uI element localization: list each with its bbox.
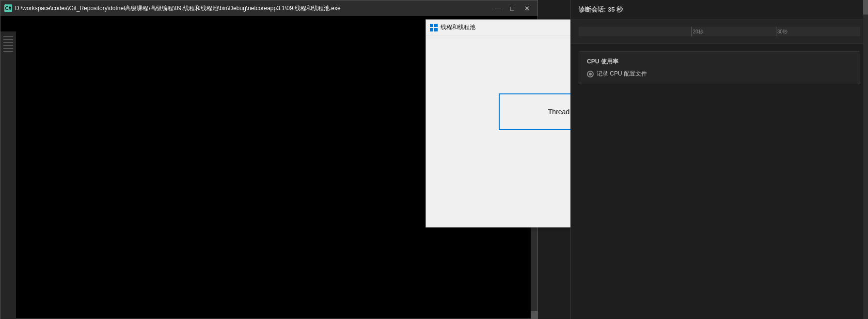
panel-marker-5 [3,48,13,49]
cpu-profile-radio[interactable] [587,71,594,77]
right-edge-scrollbar-thumb[interactable] [863,0,868,15]
diagnostics-content: CPU 使用率 记录 CPU 配置文件 [571,44,868,319]
panel-marker-4 [3,45,13,46]
diagnostics-header: 诊断会话: 35 秒 [571,0,868,19]
svg-rect-2 [430,28,433,31]
winforms-app-icon [430,24,438,31]
console-close-button[interactable]: ✕ [520,3,534,13]
timeline-tick-1-label: 20秒 [693,29,703,35]
cpu-profile-label: 记录 CPU 配置文件 [597,70,647,78]
radio-inner [589,73,592,76]
cpu-profile-option[interactable]: 记录 CPU 配置文件 [587,70,852,78]
timeline-area: 20秒 30秒 [571,19,868,44]
panel-marker-2 [3,39,13,40]
console-scrollbar-thumb[interactable] [531,311,537,319]
panel-marker-1 [3,36,13,37]
console-left-panel [0,31,16,319]
timeline-tick-2: 30秒 [776,27,788,36]
console-app-icon: C# [4,4,12,12]
timeline-tick-1: 20秒 [691,27,703,36]
svg-rect-1 [434,24,438,27]
console-window-controls: — □ ✕ [491,3,534,13]
panel-marker-6 [3,51,13,52]
right-edge-scrollbar[interactable] [863,0,868,319]
console-titlebar: C# D:\workspace\codes\Git_Repository\dot… [0,0,537,16]
diagnostics-panel: 诊断会话: 35 秒 20秒 30秒 CPU 使用率 记录 CPU 配置文件 [570,0,868,319]
console-minimize-button[interactable]: — [491,3,505,13]
console-maximize-button[interactable]: □ [505,3,519,13]
timeline-bar: 20秒 30秒 [579,27,860,36]
timeline-tick-2-label: 30秒 [777,29,788,35]
cpu-section: CPU 使用率 记录 CPU 配置文件 [579,51,860,84]
cpu-section-title: CPU 使用率 [587,58,852,66]
svg-rect-3 [434,28,438,31]
panel-marker-3 [3,42,13,43]
svg-rect-0 [430,24,433,27]
diagnostics-session-label: 诊断会话: 35 秒 [579,5,623,14]
console-title: D:\workspace\codes\Git_Repository\dotnet… [15,4,491,13]
